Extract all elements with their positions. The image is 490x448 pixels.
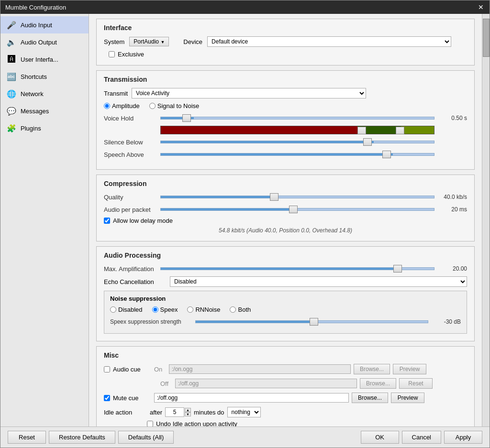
system-row: System PortAudio Device Default device — [104, 36, 467, 47]
speech-above-slider-thumb[interactable] — [382, 151, 391, 158]
quality-slider[interactable] — [160, 192, 434, 202]
audio-input-icon: 🎤 — [6, 20, 17, 30]
mute-browse-button[interactable]: Browse... — [352, 393, 388, 403]
portaudio-button[interactable]: PortAudio — [129, 37, 169, 46]
cancel-button[interactable]: Cancel — [402, 431, 441, 444]
echo-cancellation-row: Echo Cancellation Disabled — [104, 276, 467, 287]
speex-strength-slider[interactable] — [195, 317, 428, 327]
signal-to-noise-radio[interactable] — [149, 103, 156, 109]
user-interface-icon: 🅰 — [6, 54, 17, 65]
silence-below-label: Silence Below — [104, 139, 156, 146]
off-input[interactable] — [175, 379, 357, 388]
sidebar-item-user-interface[interactable]: 🅰 User Interfa... — [0, 51, 89, 68]
quality-track — [160, 196, 434, 198]
defaults-all-button[interactable]: Defaults (All) — [118, 431, 174, 444]
echo-cancellation-label: Echo Cancellation — [104, 278, 166, 285]
silence-below-fill — [161, 141, 374, 143]
sidebar-item-network[interactable]: 🌐 Network — [0, 85, 89, 102]
speex-strength-thumb[interactable] — [310, 318, 318, 326]
sidebar-item-plugins[interactable]: 🧩 Plugins — [0, 120, 89, 137]
reset-button[interactable]: Reset — [8, 431, 46, 444]
speech-above-slider[interactable] — [160, 150, 434, 159]
sidebar-item-shortcuts[interactable]: 🔤 Shortcuts — [0, 68, 89, 85]
close-button[interactable]: ✕ — [477, 3, 485, 11]
bottom-bar: Reset Restore Defaults Defaults (All) OK… — [0, 426, 490, 448]
noise-suppression-title: Noise suppression — [110, 295, 461, 302]
sidebar-item-audio-input[interactable]: 🎤 Audio Input — [0, 16, 89, 33]
noise-suppression-box: Noise suppression Disabled Speex RNNo — [104, 291, 467, 334]
noise-both-radio[interactable] — [230, 306, 236, 313]
mute-cue-checkbox[interactable] — [104, 395, 110, 401]
silence-below-thumb[interactable] — [357, 127, 366, 134]
allow-low-delay-row: Allow low delay mode — [104, 217, 467, 224]
amplitude-radio[interactable] — [104, 103, 110, 109]
noise-both-label: Both — [238, 306, 251, 313]
quality-fill — [161, 196, 278, 198]
voice-hold-thumb[interactable] — [182, 114, 191, 122]
exclusive-checkbox[interactable] — [109, 51, 115, 57]
noise-both-item: Both — [230, 306, 251, 313]
noise-speex-radio[interactable] — [152, 306, 158, 313]
allow-low-delay-checkbox[interactable] — [104, 218, 110, 224]
quality-thumb[interactable] — [270, 193, 278, 201]
max-amplification-row: Max. Amplification 20.00 — [104, 264, 467, 273]
noise-rnnoise-label: RNNoise — [195, 306, 220, 313]
sidebar-item-audio-output[interactable]: 🔈 Audio Output — [0, 33, 89, 51]
exclusive-label: Exclusive — [118, 51, 144, 58]
mute-preview-button[interactable]: Preview — [391, 393, 424, 403]
audio-cue-checkbox[interactable] — [104, 366, 110, 372]
sidebar-label-audio-input: Audio Input — [21, 22, 52, 29]
apply-button[interactable]: Apply — [444, 431, 482, 444]
audio-per-packet-thumb[interactable] — [289, 206, 298, 213]
content-area: Interface System PortAudio Device Defaul… — [89, 14, 482, 426]
speech-above-label: Speech Above — [104, 151, 156, 158]
scrollbar-thumb[interactable] — [483, 19, 490, 57]
voice-hold-slider-container[interactable] — [160, 113, 434, 123]
noise-disabled-radio[interactable] — [110, 306, 116, 313]
on-input[interactable] — [169, 364, 351, 374]
undo-idle-row: Undo Idle action upon activity — [147, 420, 467, 426]
speech-above-fill — [161, 153, 393, 155]
on-preview-button[interactable]: Preview — [393, 364, 426, 374]
sidebar-label-audio-output: Audio Output — [21, 39, 57, 46]
shortcuts-icon: 🔤 — [6, 71, 17, 82]
spin-up[interactable]: ▲ — [185, 408, 191, 412]
silence-below-row: Silence Below — [104, 137, 467, 147]
silence-below-slider-thumb[interactable] — [363, 138, 372, 146]
echo-cancellation-select[interactable]: Disabled — [170, 276, 467, 287]
sidebar-label-messages: Messages — [21, 108, 49, 115]
max-amplification-thumb[interactable] — [393, 265, 402, 273]
silence-below-track — [160, 141, 434, 143]
silence-below-slider[interactable] — [160, 137, 434, 147]
ok-button[interactable]: OK — [361, 431, 399, 444]
system-label: System — [104, 38, 124, 45]
scrollbar[interactable] — [482, 14, 490, 426]
undo-idle-checkbox[interactable] — [147, 421, 153, 426]
mute-cue-input[interactable] — [154, 393, 349, 403]
bottom-left-buttons: Reset Restore Defaults Defaults (All) — [8, 431, 174, 444]
on-browse-button[interactable]: Browse... — [354, 364, 390, 374]
sidebar-item-messages[interactable]: 💬 Messages — [0, 102, 89, 120]
compression-section: Compression Quality 40.0 kb/s Audio per … — [96, 175, 475, 241]
sidebar-label-plugins: Plugins — [21, 125, 41, 132]
noise-rnnoise-radio[interactable] — [187, 306, 193, 313]
off-reset-button[interactable]: Reset — [399, 378, 433, 389]
noise-speex-label: Speex — [160, 306, 178, 313]
device-select[interactable]: Default device — [207, 36, 451, 47]
undo-idle-label: Undo Idle action upon activity — [156, 420, 237, 426]
max-amplification-slider[interactable] — [160, 264, 434, 273]
interface-section: Interface System PortAudio Device Defaul… — [96, 19, 475, 66]
transmit-select[interactable]: Voice Activity Push To Talk Continuous — [132, 88, 366, 98]
speex-strength-row: Speex suppression strength -30 dB — [110, 317, 461, 327]
idle-action-select[interactable]: nothing deafen mute — [227, 407, 261, 417]
off-browse-button[interactable]: Browse... — [360, 378, 396, 389]
idle-minutes-input[interactable] — [165, 407, 184, 417]
device-label: Device — [183, 38, 202, 45]
audio-per-packet-slider[interactable] — [160, 205, 434, 214]
interface-title: Interface — [104, 24, 467, 32]
restore-defaults-button[interactable]: Restore Defaults — [49, 431, 115, 444]
speech-above-thumb[interactable] — [396, 127, 404, 134]
noise-disabled-label: Disabled — [118, 306, 143, 313]
mute-cue-label: Mute cue — [113, 394, 151, 402]
spin-down[interactable]: ▼ — [185, 412, 191, 416]
